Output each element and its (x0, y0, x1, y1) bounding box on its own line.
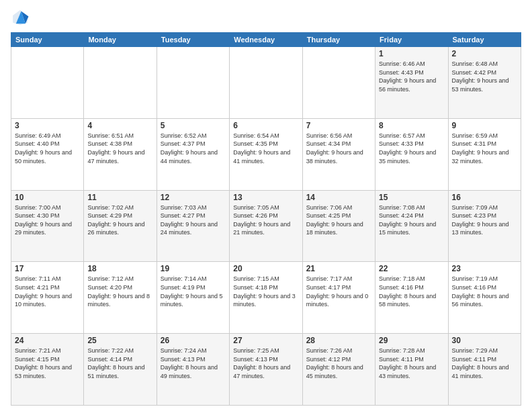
day-number: 3 (15, 121, 80, 130)
day-info: Sunrise: 7:19 AM Sunset: 4:16 PM Dayligh… (452, 275, 517, 308)
day-number: 16 (452, 193, 517, 202)
day-info: Sunrise: 6:57 AM Sunset: 4:33 PM Dayligh… (379, 132, 444, 165)
table-row: 8Sunrise: 6:57 AM Sunset: 4:33 PM Daylig… (375, 118, 448, 190)
day-number: 30 (452, 336, 517, 345)
day-number: 13 (233, 193, 298, 202)
day-info: Sunrise: 7:02 AM Sunset: 4:29 PM Dayligh… (87, 203, 152, 237)
day-number: 9 (452, 121, 517, 130)
table-row: 5Sunrise: 6:52 AM Sunset: 4:37 PM Daylig… (157, 118, 229, 190)
table-row: 19Sunrise: 7:14 AM Sunset: 4:19 PM Dayli… (157, 262, 229, 334)
logo (11, 8, 31, 27)
col-saturday: Saturday (448, 33, 521, 47)
calendar-week-2: 10Sunrise: 7:00 AM Sunset: 4:30 PM Dayli… (11, 190, 521, 262)
table-row: 29Sunrise: 7:28 AM Sunset: 4:11 PM Dayli… (375, 334, 448, 406)
day-number: 17 (15, 264, 80, 273)
table-row: 17Sunrise: 7:11 AM Sunset: 4:21 PM Dayli… (11, 262, 84, 334)
day-number: 5 (161, 121, 226, 130)
day-number: 18 (87, 264, 152, 273)
day-number: 4 (87, 121, 152, 130)
table-row: 13Sunrise: 7:05 AM Sunset: 4:26 PM Dayli… (230, 190, 302, 262)
day-info: Sunrise: 7:25 AM Sunset: 4:13 PM Dayligh… (233, 347, 298, 380)
header-row: Sunday Monday Tuesday Wednesday Thursday… (11, 33, 521, 47)
day-info: Sunrise: 7:21 AM Sunset: 4:15 PM Dayligh… (15, 347, 80, 380)
day-number: 26 (161, 336, 226, 345)
day-number: 8 (379, 121, 444, 130)
col-monday: Monday (84, 33, 157, 47)
col-thursday: Thursday (302, 33, 375, 47)
page: Sunday Monday Tuesday Wednesday Thursday… (0, 0, 532, 411)
table-row: 15Sunrise: 7:08 AM Sunset: 4:24 PM Dayli… (375, 190, 448, 262)
day-info: Sunrise: 7:26 AM Sunset: 4:12 PM Dayligh… (306, 347, 371, 380)
day-info: Sunrise: 6:56 AM Sunset: 4:34 PM Dayligh… (306, 132, 371, 165)
day-info: Sunrise: 7:18 AM Sunset: 4:16 PM Dayligh… (379, 275, 444, 308)
day-number: 24 (15, 336, 80, 345)
day-number: 12 (161, 193, 226, 202)
day-number: 2 (452, 49, 517, 58)
table-row: 12Sunrise: 7:03 AM Sunset: 4:27 PM Dayli… (157, 190, 229, 262)
day-number: 20 (233, 264, 298, 273)
day-number: 1 (379, 49, 444, 58)
table-row: 14Sunrise: 7:06 AM Sunset: 4:25 PM Dayli… (302, 190, 375, 262)
day-number: 7 (306, 121, 371, 130)
calendar-header: Sunday Monday Tuesday Wednesday Thursday… (11, 33, 521, 47)
table-row: 18Sunrise: 7:12 AM Sunset: 4:20 PM Dayli… (84, 262, 157, 334)
day-info: Sunrise: 7:05 AM Sunset: 4:26 PM Dayligh… (233, 203, 298, 237)
table-row: 11Sunrise: 7:02 AM Sunset: 4:29 PM Dayli… (84, 190, 157, 262)
logo-icon (11, 8, 30, 27)
table-row: 23Sunrise: 7:19 AM Sunset: 4:16 PM Dayli… (448, 262, 521, 334)
table-row: 25Sunrise: 7:22 AM Sunset: 4:14 PM Dayli… (84, 334, 157, 406)
col-friday: Friday (375, 33, 448, 47)
day-number: 23 (452, 264, 517, 273)
table-row: 6Sunrise: 6:54 AM Sunset: 4:35 PM Daylig… (230, 118, 302, 190)
day-info: Sunrise: 7:11 AM Sunset: 4:21 PM Dayligh… (15, 275, 80, 308)
day-info: Sunrise: 7:28 AM Sunset: 4:11 PM Dayligh… (379, 347, 444, 380)
table-row: 16Sunrise: 7:09 AM Sunset: 4:23 PM Dayli… (448, 190, 521, 262)
day-info: Sunrise: 7:15 AM Sunset: 4:18 PM Dayligh… (233, 275, 298, 308)
table-row: 30Sunrise: 7:29 AM Sunset: 4:11 PM Dayli… (448, 334, 521, 406)
calendar-week-3: 17Sunrise: 7:11 AM Sunset: 4:21 PM Dayli… (11, 262, 521, 334)
calendar-week-1: 3Sunrise: 6:49 AM Sunset: 4:40 PM Daylig… (11, 118, 521, 190)
col-tuesday: Tuesday (157, 33, 229, 47)
table-row: 27Sunrise: 7:25 AM Sunset: 4:13 PM Dayli… (230, 334, 302, 406)
table-row (302, 47, 375, 119)
calendar-table: Sunday Monday Tuesday Wednesday Thursday… (11, 32, 521, 406)
table-row (230, 47, 302, 119)
day-number: 15 (379, 193, 444, 202)
header (11, 8, 521, 27)
calendar-week-0: 1Sunrise: 6:46 AM Sunset: 4:43 PM Daylig… (11, 47, 521, 119)
calendar-week-4: 24Sunrise: 7:21 AM Sunset: 4:15 PM Dayli… (11, 334, 521, 406)
table-row: 1Sunrise: 6:46 AM Sunset: 4:43 PM Daylig… (375, 47, 448, 119)
day-info: Sunrise: 7:12 AM Sunset: 4:20 PM Dayligh… (87, 275, 152, 308)
day-info: Sunrise: 7:22 AM Sunset: 4:14 PM Dayligh… (87, 347, 152, 380)
day-number: 19 (161, 264, 226, 273)
table-row: 26Sunrise: 7:24 AM Sunset: 4:13 PM Dayli… (157, 334, 229, 406)
day-number: 28 (306, 336, 371, 345)
calendar-body: 1Sunrise: 6:46 AM Sunset: 4:43 PM Daylig… (11, 47, 521, 406)
table-row: 10Sunrise: 7:00 AM Sunset: 4:30 PM Dayli… (11, 190, 84, 262)
table-row: 3Sunrise: 6:49 AM Sunset: 4:40 PM Daylig… (11, 118, 84, 190)
table-row: 20Sunrise: 7:15 AM Sunset: 4:18 PM Dayli… (230, 262, 302, 334)
day-info: Sunrise: 6:48 AM Sunset: 4:42 PM Dayligh… (452, 60, 517, 93)
table-row: 21Sunrise: 7:17 AM Sunset: 4:17 PM Dayli… (302, 262, 375, 334)
table-row: 2Sunrise: 6:48 AM Sunset: 4:42 PM Daylig… (448, 47, 521, 119)
day-info: Sunrise: 7:09 AM Sunset: 4:23 PM Dayligh… (452, 203, 517, 237)
day-number: 6 (233, 121, 298, 130)
day-info: Sunrise: 7:00 AM Sunset: 4:30 PM Dayligh… (15, 203, 80, 237)
day-info: Sunrise: 7:03 AM Sunset: 4:27 PM Dayligh… (161, 203, 226, 237)
day-number: 22 (379, 264, 444, 273)
day-info: Sunrise: 7:08 AM Sunset: 4:24 PM Dayligh… (379, 203, 444, 237)
day-info: Sunrise: 6:54 AM Sunset: 4:35 PM Dayligh… (233, 132, 298, 165)
col-sunday: Sunday (11, 33, 84, 47)
day-info: Sunrise: 7:17 AM Sunset: 4:17 PM Dayligh… (306, 275, 371, 308)
day-info: Sunrise: 6:59 AM Sunset: 4:31 PM Dayligh… (452, 132, 517, 165)
table-row: 22Sunrise: 7:18 AM Sunset: 4:16 PM Dayli… (375, 262, 448, 334)
table-row (157, 47, 229, 119)
day-info: Sunrise: 6:46 AM Sunset: 4:43 PM Dayligh… (379, 60, 444, 93)
table-row (11, 47, 84, 119)
day-number: 11 (87, 193, 152, 202)
col-wednesday: Wednesday (230, 33, 302, 47)
table-row: 24Sunrise: 7:21 AM Sunset: 4:15 PM Dayli… (11, 334, 84, 406)
day-number: 10 (15, 193, 80, 202)
day-info: Sunrise: 7:24 AM Sunset: 4:13 PM Dayligh… (161, 347, 226, 380)
day-number: 21 (306, 264, 371, 273)
